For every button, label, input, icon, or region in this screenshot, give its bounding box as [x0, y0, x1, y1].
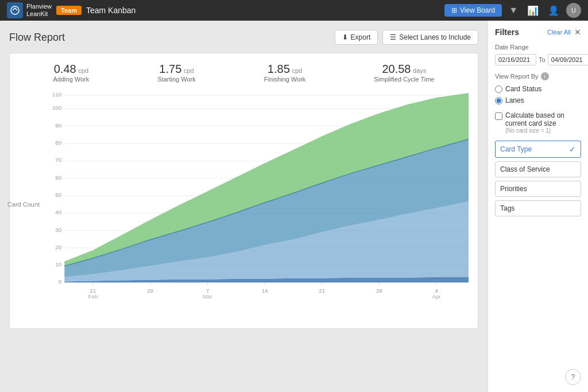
y-axis-label: Card Count — [7, 201, 40, 208]
svg-text:0: 0 — [59, 278, 62, 285]
date-range-section: Date Range To — [495, 44, 581, 65]
grid-icon: ⊞ — [451, 6, 457, 14]
view-board-button[interactable]: ⊞ View Board — [444, 4, 502, 17]
avatar[interactable]: U — [566, 3, 581, 18]
help-button[interactable]: ? — [565, 369, 581, 385]
team-badge: Team — [56, 6, 82, 15]
svg-text:20: 20 — [55, 244, 61, 250]
svg-text:21: 21 — [319, 288, 325, 294]
calculate-section: Calculate based on current card size (No… — [495, 111, 581, 134]
svg-text:110: 110 — [52, 91, 62, 98]
filters-header: Filters Clear All ✕ — [495, 28, 581, 37]
flow-chart-svg: 0 10 20 30 40 50 60 70 80 90 100 110 — [42, 90, 469, 302]
svg-text:14: 14 — [262, 288, 268, 294]
svg-text:10: 10 — [55, 261, 61, 267]
export-button[interactable]: ⬇ Export — [335, 30, 378, 45]
svg-text:Feb: Feb — [88, 293, 98, 300]
filter-items-section: Card Type ✓ Class of Service Priorities … — [495, 141, 581, 216]
date-range-label: Date Range — [495, 44, 581, 51]
page-title: Flow Report — [9, 32, 65, 44]
filter-icon[interactable]: ▼ — [506, 3, 520, 18]
svg-text:90: 90 — [55, 122, 61, 129]
chart-container: 0.48 cpd Adding Work 1.75 cpd Starting W… — [9, 53, 478, 329]
date-range-inputs: To — [495, 54, 581, 65]
download-icon: ⬇ — [342, 33, 348, 41]
nav-right: ⊞ View Board ▼ 📊 👤 U — [444, 3, 581, 18]
svg-text:70: 70 — [55, 157, 61, 163]
radio-lanes[interactable]: Lanes — [495, 96, 581, 104]
info-icon: i — [541, 72, 549, 80]
stat-cycle-time: 20.58 days Simplified Cycle Time — [374, 63, 434, 83]
chart-icon[interactable]: 📊 — [525, 3, 541, 18]
filters-title: Filters — [495, 28, 519, 37]
radio-card-status[interactable]: Card Status — [495, 85, 581, 93]
calculate-checkbox[interactable]: Calculate based on current card size (No… — [495, 111, 581, 134]
logo-text: Planview LeanKit — [26, 3, 52, 18]
chart-area: Card Count 0 10 20 30 40 50 60 — [19, 90, 469, 319]
date-to-input[interactable] — [548, 54, 588, 65]
page-header: Flow Report ⬇ Export ☰ Select Lanes to I… — [9, 30, 478, 45]
stat-finishing-work: 1.85 cpd Finishing Work — [264, 63, 306, 83]
filter-item-card-type[interactable]: Card Type ✓ — [495, 141, 581, 158]
svg-text:100: 100 — [52, 104, 62, 111]
nav-left: Planview LeanKit Team Team Kanban — [7, 2, 136, 18]
help-icon: ? — [571, 373, 575, 381]
filters-actions: Clear All ✕ — [547, 28, 581, 36]
filter-item-priorities[interactable]: Priorities — [495, 181, 581, 197]
users-icon[interactable]: 👤 — [546, 3, 562, 18]
planview-logo-icon — [10, 5, 20, 15]
svg-text:40: 40 — [55, 209, 61, 215]
filters-panel: Filters Clear All ✕ Date Range To View R… — [488, 21, 588, 392]
board-name: Team Kanban — [86, 6, 136, 15]
bottom-icon-area: ? — [495, 364, 581, 385]
svg-text:60: 60 — [55, 174, 61, 181]
clear-all-button[interactable]: Clear All — [547, 29, 571, 36]
main-layout: Flow Report ⬇ Export ☰ Select Lanes to I… — [0, 21, 588, 392]
stat-adding-work: 0.48 cpd Adding Work — [53, 63, 90, 83]
check-icon: ✓ — [569, 145, 576, 154]
content-area: Flow Report ⬇ Export ☰ Select Lanes to I… — [0, 21, 488, 392]
stat-starting-work: 1.75 cpd Starting Work — [157, 63, 195, 83]
logo-area: Planview LeanKit — [7, 2, 52, 18]
top-navigation: Planview LeanKit Team Team Kanban ⊞ View… — [0, 0, 588, 21]
filter-item-class-of-service[interactable]: Class of Service — [495, 161, 581, 177]
date-to-label: To — [539, 56, 546, 63]
close-filters-button[interactable]: ✕ — [574, 28, 581, 36]
svg-text:80: 80 — [55, 139, 61, 146]
stats-row: 0.48 cpd Adding Work 1.75 cpd Starting W… — [19, 63, 469, 83]
lanes-icon: ☰ — [390, 33, 396, 41]
header-actions: ⬇ Export ☰ Select Lanes to Include — [335, 30, 478, 45]
svg-text:28: 28 — [376, 288, 382, 294]
view-report-section: View Report By i Card Status Lanes — [495, 72, 581, 104]
svg-text:28: 28 — [147, 288, 153, 294]
select-lanes-button[interactable]: ☰ Select Lanes to Include — [382, 30, 478, 45]
view-report-label: View Report By — [495, 73, 539, 80]
svg-text:50: 50 — [55, 192, 61, 198]
filter-item-tags[interactable]: Tags — [495, 200, 581, 216]
svg-text:30: 30 — [55, 227, 61, 233]
svg-text:Mar: Mar — [203, 293, 213, 300]
svg-text:Apr: Apr — [432, 293, 442, 300]
date-from-input[interactable] — [495, 54, 536, 65]
